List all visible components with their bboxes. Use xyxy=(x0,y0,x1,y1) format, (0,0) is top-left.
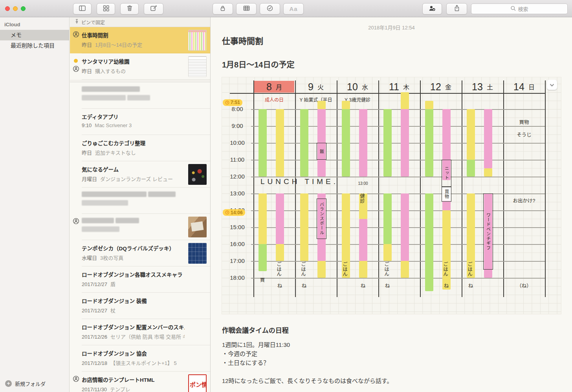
schedule-activity-bar xyxy=(425,101,433,109)
image-expand-button[interactable] xyxy=(547,80,557,90)
new-note-button[interactable] xyxy=(144,3,163,15)
sidebar-item-recently-deleted[interactable]: 最近削除した項目 xyxy=(0,40,69,51)
schedule-hour-line xyxy=(251,143,545,144)
insert-table-button[interactable] xyxy=(236,3,257,15)
schedule-note-text: ね xyxy=(379,282,396,289)
schedule-note-text: ね xyxy=(438,282,455,289)
lock-icon xyxy=(219,5,226,13)
note-list-item[interactable]: ロードオブダンジョン各職オススメキャラ （…2017/12/27盾 xyxy=(70,266,210,293)
note-item-title: ロードオブダンジョン 協会 xyxy=(82,349,185,357)
trash-icon xyxy=(126,5,133,13)
note-item-title: ロードオブダンジョン各職オススメキャラ （… xyxy=(82,270,185,278)
schedule-note-text: お出かけ? xyxy=(507,197,541,204)
note-item-thumbnail xyxy=(188,243,207,264)
note-list-item[interactable]: テンポゼシカ（DQライバルズデッキ）水曜日3枚の写真 xyxy=(70,240,210,266)
schedule-activity-bar xyxy=(383,244,392,261)
lock-note-button[interactable] xyxy=(213,3,233,15)
schedule-activity-bar xyxy=(300,193,308,261)
schedule-activity-bar xyxy=(359,261,367,278)
note-list-item[interactable]: ロードオブダンジョン 協会2017/12/18【領主スキルポイント+1】 5 xyxy=(70,345,210,372)
schedule-activity-bar xyxy=(467,109,475,160)
clock-timestamp: 14:06 xyxy=(223,209,245,216)
note-body-line xyxy=(222,367,556,376)
note-list-item[interactable]: ロードオブダンジョン 装備2017/12/27杖 xyxy=(70,293,210,319)
note-item-snippet: 水曜日3枚の写真 xyxy=(82,254,185,261)
schedule-activity-bar xyxy=(342,109,350,177)
note-list-item[interactable]: お店情報のテンプレートHTML2017/11/30テンプレポン情報 xyxy=(70,372,210,392)
format-text-button[interactable]: Aa xyxy=(283,3,304,15)
note-list-item[interactable]: ロードオブダンジョン 配置メンバーのスキル2017/12/26セリア（供給 防具… xyxy=(70,319,210,345)
schedule-hour-line xyxy=(251,126,545,127)
note-item-snippet: 昨日購入するもの xyxy=(82,67,185,75)
note-title: 仕事時間割 xyxy=(222,35,263,46)
note-attachment-image[interactable]: LUNCH TIME. 8:009:0010:0011:0012:0013:00… xyxy=(222,77,561,314)
schedule-activity-bar xyxy=(401,92,409,109)
schedule-hour-line xyxy=(251,261,545,262)
redacted-text xyxy=(82,86,207,92)
sidebar-toggle-button[interactable] xyxy=(73,3,92,15)
schedule-activity-bar xyxy=(258,193,267,244)
collaborate-button[interactable] xyxy=(422,3,442,15)
schedule-hour-line xyxy=(251,227,545,228)
sidebar-item-notes[interactable]: メモ xyxy=(0,30,69,40)
note-list-item[interactable]: 気になるゲーム月曜日ダンジョンランカーズ レビュー xyxy=(70,161,210,188)
zoom-button[interactable] xyxy=(21,6,26,11)
note-item-thumbnail xyxy=(188,164,207,185)
search-placeholder: 検索 xyxy=(518,5,528,13)
schedule-activity-bar xyxy=(425,109,433,177)
note-item-snippet: 2017/12/18【領主スキルポイント+1】 5 xyxy=(82,359,185,366)
note-list-item[interactable]: エディタアプリ9:10Mac Scrivener 3 xyxy=(70,109,210,135)
search-input[interactable]: 検索 xyxy=(471,4,568,14)
note-list: ピンで固定 仕事時間割昨日1月8日〜14日の予定サンタマリア幼稚園昨日購入するも… xyxy=(70,17,211,392)
schedule-lunch-label: LUNCH TIME. xyxy=(260,177,338,186)
note-item-title: 仕事時間割 xyxy=(82,31,185,39)
note-body-line: 12時になったらご飯で、長くなりそうなものは食べながら話す。 xyxy=(222,376,556,385)
schedule-activity-bar xyxy=(258,109,267,177)
schedule-activity-bar xyxy=(258,244,267,271)
note-item-title: ロードオブダンジョン 配置メンバーのスキル xyxy=(82,323,185,331)
share-button[interactable] xyxy=(446,3,467,15)
note-item-thumbnail xyxy=(188,217,207,237)
note-editor[interactable]: 2018年1月9日 12:54 仕事時間割 1月8日〜14日の予定 LUNCH … xyxy=(211,17,572,392)
note-item-title: お店情報のテンプレートHTML xyxy=(82,376,185,383)
schedule-hour-line xyxy=(251,193,545,194)
gallery-view-button[interactable] xyxy=(97,3,115,15)
delete-note-button[interactable] xyxy=(120,3,139,15)
schedule-annotation-box: ニット xyxy=(442,160,451,187)
schedule-hour-label: 9:00 xyxy=(224,122,250,129)
schedule-hour-line xyxy=(251,109,545,110)
note-item-date: 2017/12/18 xyxy=(82,360,107,366)
schedule-header-line xyxy=(230,93,546,94)
note-item-title: ロードオブダンジョン 装備 xyxy=(82,297,185,304)
schedule-hour-label: 15:00 xyxy=(224,224,250,230)
schedule-column-line xyxy=(503,80,504,297)
checklist-icon xyxy=(266,5,273,13)
checklist-button[interactable] xyxy=(260,3,280,15)
schedule-day-header: 12金 xyxy=(421,81,461,93)
schedule-annotation-box: ワードベンチギフ xyxy=(483,193,493,270)
schedule-note-text: ね xyxy=(271,282,288,289)
note-list-item[interactable] xyxy=(70,214,210,240)
schedule-column-line xyxy=(253,80,254,297)
schedule-hour-label: 16:00 xyxy=(224,241,250,247)
note-item-title: エディタアプリ xyxy=(82,113,185,120)
shared-note-icon xyxy=(73,376,79,382)
note-list-item[interactable]: ごりゅごこむカテゴリ整理昨日追加テキストなし xyxy=(70,135,210,161)
close-button[interactable] xyxy=(5,6,10,11)
note-item-title: テンポゼシカ（DQライバルズデッキ） xyxy=(82,244,185,252)
note-list-item[interactable]: 仕事時間割昨日1月8日〜14日の予定 xyxy=(70,27,210,53)
note-list-item[interactable]: サンタマリア幼稚園昨日購入するもの xyxy=(70,53,210,80)
note-item-date: 2017/12/26 xyxy=(82,334,107,340)
minimize-button[interactable] xyxy=(13,6,18,11)
redacted-text xyxy=(82,95,207,100)
note-list-item[interactable] xyxy=(70,82,210,109)
schedule-activity-bar xyxy=(401,109,409,177)
redacted-text xyxy=(82,200,207,206)
collaborate-icon xyxy=(428,5,436,13)
new-folder-button[interactable]: + 新規フォルダ xyxy=(5,380,46,387)
share-icon xyxy=(453,4,460,13)
schedule-note-text: ごはん xyxy=(296,262,307,279)
note-list-item[interactable] xyxy=(70,188,210,214)
schedule-hour-label: 18:00 xyxy=(224,274,250,281)
note-item-date: 2017/11/30 xyxy=(82,387,107,392)
